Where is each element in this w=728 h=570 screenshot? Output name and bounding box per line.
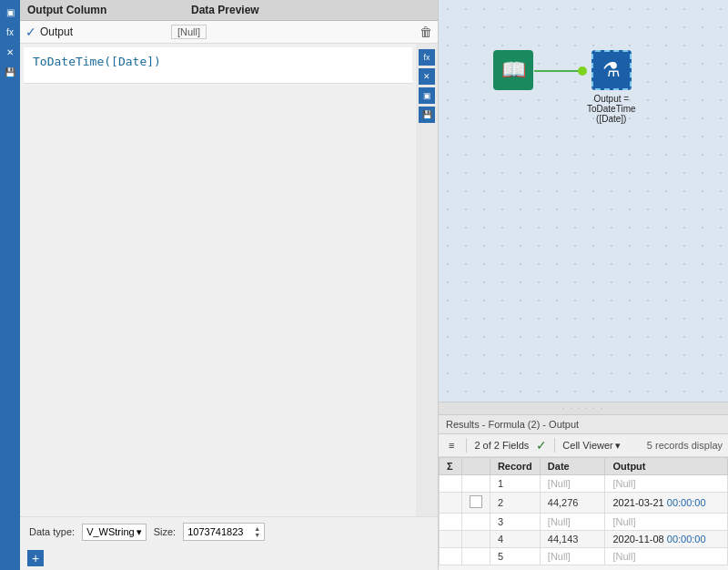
formula-node[interactable]: ⚗ Output = ToDateTime ([Date]) xyxy=(587,50,636,124)
formula-node-label: Output = ToDateTime ([Date]) xyxy=(587,94,636,124)
toolbar-icon-4[interactable]: 💾 xyxy=(2,64,18,80)
spin-down[interactable]: ▼ xyxy=(254,532,260,538)
toolbar-divider-2 xyxy=(554,438,555,453)
side-icon-fx[interactable]: fx xyxy=(419,49,435,66)
side-icon-x[interactable]: ✕ xyxy=(419,68,435,85)
canvas-area[interactable]: 📖 ⚗ Output = ToDateTime ([Date]) xyxy=(439,0,728,402)
data-table: Σ Record Date Output 1[Null][Null]244,27… xyxy=(439,457,728,565)
formula-check-icon: ✓ xyxy=(25,25,36,39)
date-col-header: Date xyxy=(540,458,605,475)
preview-column-header: Data Preview xyxy=(191,4,259,16)
row-selector-header xyxy=(461,458,490,475)
side-icon-grid[interactable]: ▣ xyxy=(419,87,435,104)
cell-viewer-drop-arrow: ▾ xyxy=(615,440,621,452)
svg-point-1 xyxy=(578,66,587,76)
sigma-cell xyxy=(440,514,462,531)
left-panel: Output Column Data Preview ✓ Output [Nul… xyxy=(20,0,439,570)
size-spinners[interactable]: ▲ ▼ xyxy=(254,525,260,538)
table-row[interactable]: 5[Null][Null] xyxy=(440,548,728,565)
output-cell: 2021-03-21 00:00:00 xyxy=(605,493,728,514)
datatype-drop-arrow: ▾ xyxy=(136,526,142,538)
datatype-row: Data type: V_WString ▾ Size: 1073741823 … xyxy=(20,516,438,546)
date-cell: [Null] xyxy=(540,548,605,565)
output-cell: [Null] xyxy=(605,548,728,565)
size-value: 1073741823 xyxy=(187,526,243,537)
fields-count: 2 of 2 Fields xyxy=(474,440,529,451)
formula-expression[interactable]: ToDateTime([Date]) xyxy=(24,47,412,84)
record-cell: 5 xyxy=(490,548,540,565)
toolbar-icon-3[interactable]: ✕ xyxy=(2,44,18,60)
output-cell: [Null] xyxy=(605,475,728,493)
sigma-cell xyxy=(440,531,462,548)
main-container: ▣ fx ✕ 💾 Output Column Data Preview ✓ Ou… xyxy=(0,0,728,570)
input-node[interactable]: 📖 xyxy=(493,50,533,90)
drag-handle[interactable]: · · · · · · xyxy=(439,402,728,415)
formula-content-area: ToDateTime([Date]) xyxy=(20,44,416,516)
results-panel: · · · · · · Results - Formula (2) - Outp… xyxy=(439,402,728,570)
drag-dots: · · · · · · xyxy=(562,404,604,412)
row-selector-cell xyxy=(461,475,490,493)
table-icon: ≡ xyxy=(449,440,454,451)
formula-node-icon: ⚗ xyxy=(592,50,632,90)
left-toolbar: ▣ fx ✕ 💾 xyxy=(0,0,20,570)
results-header: Results - Formula (2) - Output xyxy=(439,415,728,434)
sigma-cell xyxy=(440,493,462,514)
output-column-header: Output Column xyxy=(27,4,191,16)
row-selector-cell xyxy=(461,493,490,514)
record-cell: 4 xyxy=(490,531,540,548)
sigma-cell xyxy=(440,548,462,565)
output-cell: [Null] xyxy=(605,514,728,531)
add-btn-row: + xyxy=(20,546,438,570)
spin-up[interactable]: ▲ xyxy=(254,525,260,532)
output-col-header: Output xyxy=(605,458,728,475)
connection-svg xyxy=(439,0,728,402)
date-cell: 44,143 xyxy=(540,531,605,548)
data-table-wrap[interactable]: Σ Record Date Output 1[Null][Null]244,27… xyxy=(439,457,728,570)
table-row[interactable]: 244,2762021-03-21 00:00:00 xyxy=(440,493,728,514)
record-col-header: Record xyxy=(490,458,540,475)
record-cell: 2 xyxy=(490,493,540,514)
toolbar-icon-1[interactable]: ▣ xyxy=(2,4,18,20)
column-headers: Output Column Data Preview xyxy=(20,0,438,21)
record-cell: 1 xyxy=(490,475,540,493)
output-cell: 2020-11-08 00:00:00 xyxy=(605,531,728,548)
date-cell: [Null] xyxy=(540,514,605,531)
formula-delete-icon[interactable]: 🗑 xyxy=(420,25,432,39)
row-selector-cell xyxy=(461,548,490,565)
table-row[interactable]: 3[Null][Null] xyxy=(440,514,728,531)
formula-output-name: Output xyxy=(40,25,167,38)
results-toolbar: ≡ 2 of 2 Fields ✓ Cell Viewer ▾ 5 record… xyxy=(439,434,728,457)
row-selector-cell xyxy=(461,531,490,548)
formula-null-badge: [Null] xyxy=(171,25,207,39)
row-selector-cell xyxy=(461,514,490,531)
input-node-icon: 📖 xyxy=(493,50,533,90)
table-row[interactable]: 444,1432020-11-08 00:00:00 xyxy=(440,531,728,548)
records-display: 5 records display xyxy=(647,440,723,451)
sigma-header: Σ xyxy=(440,458,462,475)
table-row[interactable]: 1[Null][Null] xyxy=(440,475,728,493)
side-icons: fx ✕ ▣ 💾 xyxy=(416,44,438,516)
toolbar-icon-2[interactable]: fx xyxy=(2,24,18,40)
size-input[interactable]: 1073741823 ▲ ▼ xyxy=(183,523,265,541)
cell-viewer-label: Cell Viewer xyxy=(562,440,612,451)
row-selector-checkbox[interactable] xyxy=(470,495,482,508)
date-cell: 44,276 xyxy=(540,493,605,514)
datatype-select[interactable]: V_WString ▾ xyxy=(82,524,147,541)
size-label: Size: xyxy=(154,526,176,537)
formula-row: ✓ Output [Null] 🗑 xyxy=(20,21,438,44)
date-cell: [Null] xyxy=(540,475,605,493)
table-icon-btn[interactable]: ≡ xyxy=(444,437,459,453)
record-cell: 3 xyxy=(490,514,540,531)
add-formula-button[interactable]: + xyxy=(27,550,44,566)
datatype-label: Data type: xyxy=(29,526,75,537)
left-panel-inner: ToDateTime([Date]) fx ✕ ▣ 💾 xyxy=(20,44,438,516)
side-icon-save[interactable]: 💾 xyxy=(419,107,435,123)
check-icon-green[interactable]: ✓ xyxy=(536,438,547,453)
right-panel: 📖 ⚗ Output = ToDateTime ([Date]) · · · ·… xyxy=(439,0,728,570)
sigma-cell xyxy=(440,475,462,493)
toolbar-divider-1 xyxy=(466,438,467,453)
cell-viewer-button[interactable]: Cell Viewer ▾ xyxy=(562,440,620,452)
datatype-value: V_WString xyxy=(86,526,135,537)
